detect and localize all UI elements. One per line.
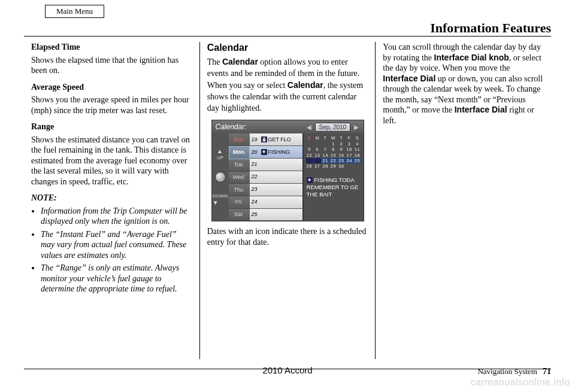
rule-top (24, 36, 551, 37)
avg-speed-body: Shows you the average speed in miles per… (31, 95, 192, 116)
footer-page-number: 71 (543, 367, 551, 376)
note-list: Information from the Trip Computer will … (31, 206, 192, 294)
footer-right: Navigation System 71 (477, 366, 551, 377)
avg-speed-head: Average Speed (31, 82, 192, 93)
day-mon: Mon. (229, 146, 250, 159)
cal-row: 21 (250, 159, 302, 171)
cal-left-controls: ▲UP DOWN▼ (212, 133, 229, 221)
footer-model: 2010 Accord (262, 365, 312, 376)
column-2: Calendar The Calendar option allows you … (199, 42, 376, 359)
star-icon (307, 177, 313, 183)
calendar-intro: The Calendar option allows you to enter … (207, 56, 368, 114)
elapsed-time-head: Elapsed Time (31, 42, 192, 53)
note-item: The “Range” is only an estimate. Always … (41, 263, 192, 294)
person-icon (261, 136, 267, 142)
elapsed-time-body: Shows the elapsed time that the ignition… (31, 55, 192, 76)
cal-row: 24 (250, 196, 302, 209)
cal-titlebar: Calendar: ◀ Sep, 2010 ▶ (212, 120, 364, 133)
cal-row: 25 (250, 209, 302, 221)
calendar-caption: Dates with an icon indicate there is a s… (207, 226, 368, 247)
footer-section-label: Navigation System (477, 367, 537, 376)
term-interface-dial: Interface Dial (383, 74, 435, 83)
main-menu-button[interactable]: Main Menu (45, 5, 104, 18)
cal-right-panel: SMTWTFS 1234 567891011 12131415161718 21… (304, 133, 364, 221)
cal-entry-list: 19GET FLO 20FISHING 21 22 23 24 25 (250, 133, 304, 221)
cal-row: 23 (250, 184, 302, 196)
cal-body: ▲UP DOWN▼ Sun. Mon. Tue. Wed. Thu. Fri. … (212, 133, 364, 221)
page-title: Information Features (430, 20, 551, 37)
content-columns: Elapsed Time Shows the elapsed time that… (24, 42, 551, 359)
cal-title: Calendar: (216, 123, 247, 132)
note-item: Information from the Trip Computer will … (41, 206, 192, 227)
day-sun: Sun. (229, 133, 250, 146)
cal-month-nav: ◀ Sep, 2010 ▶ (305, 123, 359, 132)
cal-row: 22 (250, 171, 302, 184)
next-month-icon: ▶ (353, 124, 360, 130)
calendar-screenshot: Calendar: ◀ Sep, 2010 ▶ ▲UP DOWN▼ Sun. M… (211, 120, 364, 221)
range-head: Range (31, 121, 192, 132)
column-1: Elapsed Time Shows the elapsed time that… (24, 42, 199, 359)
cal-row: 20FISHING (250, 146, 302, 159)
down-label: DOWN▼ (213, 193, 228, 207)
mini-calendar: SMTWTFS 1234 567891011 12131415161718 21… (304, 133, 364, 170)
watermark: carmanualsonline.info (471, 376, 570, 388)
day-tue: Tue. (229, 159, 250, 172)
term-interface-dial: Interface Dial (455, 105, 507, 114)
note-item: The “Instant Fuel” and “Average Fuel” ma… (41, 229, 192, 261)
col3-body: You can scroll through the calendar day … (383, 42, 544, 126)
person-icon (306, 158, 313, 163)
day-sat: Sat. (229, 209, 250, 221)
day-wed: Wed. (229, 172, 250, 184)
term-calendar: Calendar (222, 57, 258, 66)
day-thu: Thu. (229, 184, 250, 196)
star-icon (261, 149, 267, 155)
cal-reminder: FISHING TODA REMEMBER TO GE THE BAIT (304, 174, 364, 201)
day-fri: Fri. (229, 196, 250, 209)
range-body: Shows the estimated distance you can tra… (31, 135, 192, 187)
prev-month-icon: ◀ (305, 124, 313, 130)
term-interface-dial-knob: Interface Dial knob (434, 53, 509, 62)
dial-knob-icon (215, 172, 226, 183)
note-head: NOTE: (31, 193, 192, 203)
cal-row: 19GET FLO (250, 133, 302, 146)
star-icon (314, 158, 321, 163)
term-calendar: Calendar (288, 80, 323, 90)
cal-day-labels: Sun. Mon. Tue. Wed. Thu. Fri. Sat. (229, 133, 250, 221)
mini-header: SMTWTFS (306, 135, 361, 141)
text: The (207, 57, 222, 66)
calendar-heading: Calendar (207, 42, 368, 54)
cal-month-label: Sep, 2010 (315, 123, 351, 132)
column-3: You can scroll through the calendar day … (375, 42, 551, 359)
up-label: ▲UP (217, 148, 223, 162)
